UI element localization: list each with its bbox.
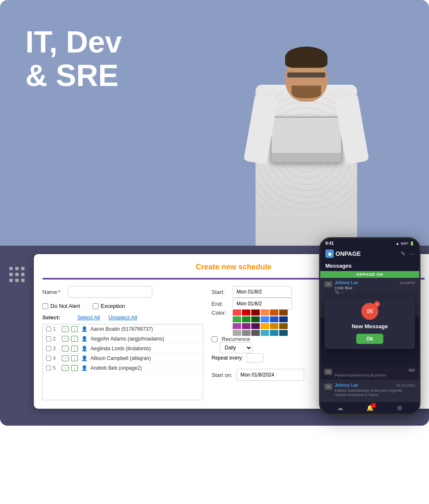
start-label: Start: [212,289,228,295]
unselect-all-link[interactable]: Unselect All [108,314,137,321]
onpage-logo: ◉ ONPAGE [325,249,361,258]
down-arrow-1[interactable]: ↓ [71,326,78,332]
repeat-label: Repeat every: [212,355,243,361]
member-name-2: Aegjohn Adams (aegjohnadams) [91,336,164,342]
color-cell[interactable] [270,323,278,329]
color-cell[interactable] [251,310,260,316]
color-cell[interactable] [261,316,269,322]
phone-header-icons: ✎ ··· [401,250,414,257]
down-arrow-2[interactable]: ↓ [71,336,78,342]
color-cell[interactable] [233,323,241,329]
edit-icon[interactable]: ✎ [401,250,406,257]
name-row: Name:* [42,286,203,298]
recurrence-checkbox[interactable] [212,336,217,342]
list-item[interactable]: ✉ 022 Patient experiencing dizziness [320,366,419,380]
member-checkbox-4[interactable] [46,356,51,361]
table-row: 5 ↑ ↓ 👤 Andreb Beb (onpage2) [43,363,203,373]
app-wrapper: Create new schedule Name:* Do Not Alert [0,246,429,426]
end-input[interactable] [233,298,292,310]
color-cell[interactable] [251,330,260,336]
member-checkbox-2[interactable] [46,336,51,341]
msg-subject: Code Blue [335,286,415,290]
member-checkbox-3[interactable] [46,346,51,351]
up-arrow-5[interactable]: ↑ [62,365,69,371]
onpage-on-bar: ONPAGE ON [320,271,419,278]
more-icon[interactable]: ··· [409,250,414,257]
color-cell[interactable] [279,330,288,336]
color-cell[interactable] [279,316,288,322]
repeat-input[interactable] [247,353,264,363]
message-envelope-icon: ✉ [324,384,332,390]
color-cell[interactable] [270,330,278,336]
person-figure [226,34,387,246]
dot [15,273,19,276]
do-not-alert-checkbox[interactable]: Do Not Alert [42,303,80,309]
recurrence-select[interactable]: Daily Weekly Monthly [220,342,253,353]
color-cell[interactable] [251,323,260,329]
member-name-1: Aaron Boatin (5178799737) [91,326,153,332]
phone-bottom-nav: ☁ 🔔 1 ⊞ [320,402,419,414]
recurrence-label: Recurrence [222,336,250,342]
color-cell[interactable] [261,330,269,336]
dot [21,267,25,270]
alert-nav-icon[interactable]: 🔔 1 [366,404,374,411]
hero-section: IT, Dev & SRE [0,0,429,246]
color-cell[interactable] [242,323,250,329]
up-arrow-1[interactable]: ↑ [62,326,69,332]
color-cell[interactable] [261,310,269,316]
color-cell[interactable] [233,310,241,316]
color-cell[interactable] [242,316,250,322]
member-icon-2: 👤 [81,336,88,342]
list-item[interactable]: ✉ Johnny Lee 02.02.2022 Patient experien… [320,380,419,400]
grid-nav-icon[interactable]: ⊞ [397,404,402,411]
msg-time: 02.02.2022 [396,383,415,388]
end-label: End: [212,301,228,307]
up-arrow-4[interactable]: ↑ [62,355,69,361]
color-cell[interactable] [242,310,250,316]
msg-num: 022 [409,368,415,372]
color-cell[interactable] [233,316,241,322]
select-links: Select All Unselect All [77,314,137,321]
name-input[interactable] [68,286,152,298]
member-checkbox-5[interactable] [46,366,51,371]
up-arrow-3[interactable]: ↑ [62,346,69,352]
start-on-input[interactable] [236,369,304,381]
left-column: Name:* Do Not Alert Exception [42,286,203,400]
message-envelope-icon: ✉ [324,369,332,375]
phone-overlay: 9:41 ▲ WiFi 🔋 ◉ ONPAGE ✎ ··· Messages ON… [319,237,421,415]
message-envelope-icon: ✉ [324,281,332,287]
new-message-ok-button[interactable]: Ok [356,334,383,344]
up-arrow-2[interactable]: ↑ [62,336,69,342]
color-cell[interactable] [279,323,288,329]
dot [9,273,13,276]
reply-icon: ↩ [341,290,344,294]
color-cell[interactable] [242,330,250,336]
dot [15,267,19,270]
color-cell[interactable] [251,316,260,322]
color-cell[interactable] [233,330,241,336]
cloud-nav-icon[interactable]: ☁ [337,404,343,411]
color-cell[interactable] [270,310,278,316]
down-arrow-5[interactable]: ↓ [71,365,78,371]
member-icon-1: 👤 [81,326,88,332]
down-arrow-3[interactable]: ↓ [71,346,78,352]
member-icon-4: 👤 [81,355,88,361]
down-arrow-4[interactable]: ↓ [71,355,78,361]
start-input[interactable] [233,286,292,298]
new-message-title: New Message [330,323,410,330]
color-cell[interactable] [279,310,288,316]
color-cell[interactable] [270,316,278,322]
member-checkbox-1[interactable] [46,327,51,332]
messages-section: Messages ONPAGE ON [320,260,419,278]
members-list[interactable]: 1 ↑ ↓ 👤 Aaron Boatin (5178799737) 2 ↑ ↓ … [42,324,203,400]
select-label: Select: [42,314,60,321]
phone-status-bar: 9:41 ▲ WiFi 🔋 [320,238,419,247]
exception-checkbox[interactable]: Exception [93,303,125,309]
attachment-icon: 📎 [335,290,339,294]
member-name-4: Allison Campbell (alitajran) [91,355,151,361]
color-cell[interactable] [261,323,269,329]
list-item[interactable]: ✉ Johnny Lee 10:00PM Code Blue 📎 ↩ [320,278,419,297]
table-row: 4 ↑ ↓ 👤 Allison Campbell (alitajran) [43,354,203,363]
select-all-link[interactable]: Select All [77,314,100,321]
member-name-5: Andreb Beb (onpage2) [91,365,142,371]
